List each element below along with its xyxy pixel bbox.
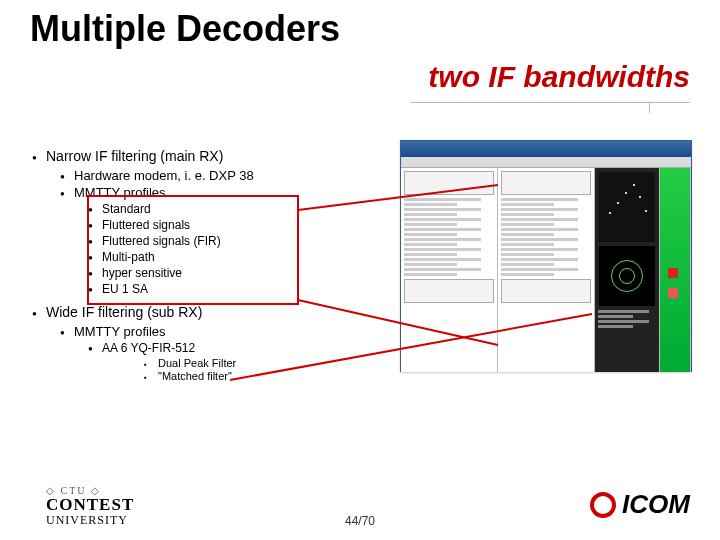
screenshot-panel-mid [498,168,595,372]
divider [410,102,690,103]
bullet-profile-standard: Standard [88,202,392,216]
slide-subtitle: two IF bandwidths [428,60,690,94]
icom-text: ICOM [622,489,690,520]
screenshot-waterfall-panel [660,168,691,372]
window-menubar [401,157,691,168]
ctu-mid: CONTEST [46,496,176,513]
bullet-profile-fluttered-fir: Fluttered signals (FIR) [88,234,392,248]
slide: Multiple Decoders two IF bandwidths Narr… [0,0,720,540]
screenshot-scope-panel [595,168,660,372]
mmtty-screenshot [400,140,692,372]
bullet-wide: Wide IF filtering (sub RX) [32,304,392,320]
screenshot-panel-left [401,168,498,372]
bullet-mmtty-wide: MMTTY profiles [60,324,392,339]
page-number: 44/70 [345,514,375,528]
icom-logo: ICOM [590,489,690,520]
slide-title: Multiple Decoders [30,8,340,50]
bullet-profile-eu1sa: EU 1 SA [88,282,392,296]
bullet-aa6yq: AA 6 YQ-FIR-512 [88,341,392,355]
ctu-bot: UNIVERSITY [46,513,176,528]
icom-circle-icon [590,492,616,518]
bullet-mmtty-narrow: MMTTY profiles [60,185,392,200]
contest-university-logo: ◇ CTU ◇ CONTEST UNIVERSITY [46,485,176,528]
bullet-matched: "Matched filter" [144,370,392,382]
bullet-profile-fluttered: Fluttered signals [88,218,392,232]
bullet-hw-modem: Hardware modem, i. e. DXP 38 [60,168,392,183]
bullet-dual-peak: Dual Peak Filter [144,357,392,369]
bullet-content: Narrow IF filtering (main RX) Hardware m… [32,140,392,383]
window-titlebar [401,141,691,157]
bullet-narrow: Narrow IF filtering (main RX) [32,148,392,164]
bullet-profile-multipath: Multi-path [88,250,392,264]
bullet-profile-hyper: hyper sensitive [88,266,392,280]
